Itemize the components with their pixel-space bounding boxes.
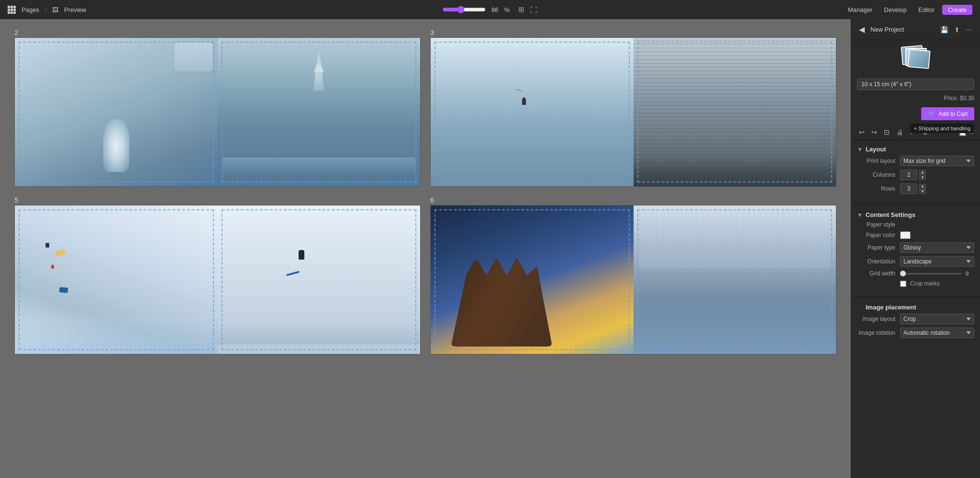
page-5-spread[interactable] [14,205,421,354]
panel-icons: 💾 ⬆ ⋯ [938,25,974,34]
cart-icon: 🛒 [928,110,935,117]
image-placement-content: Image layout Crop Fit Fill Image rotatio… [851,314,980,346]
paper-type-select[interactable]: Glossy Matte Lustre [900,242,974,253]
rows-spinner-btns: ▲ ▼ [919,184,926,194]
panel-header: ◀ New Project 💾 ⬆ ⋯ [851,19,980,40]
section-divider-2 [851,296,980,297]
image-rotation-label: Image rotation [857,330,900,336]
nav-create[interactable]: Create [942,5,972,15]
page-3-photo-a[interactable] [431,38,634,186]
nav-manager[interactable]: Manager [844,4,876,15]
size-selector[interactable]: 10 x 15 cm (4" x 6") 13 x 18 cm (5" x 7"… [857,79,974,90]
project-title: New Project [870,26,935,33]
columns-up[interactable]: ▲ [919,170,926,175]
toolbar-right: Manager Develop Editor Create [844,4,972,15]
add-to-cart-area: 🛒 Add to Cart + Shipping and handling [851,105,980,124]
page-6-photo-b[interactable] [634,205,836,354]
layout-section-header[interactable]: ▼ Layout [851,141,980,156]
columns-down[interactable]: ▼ [919,175,926,180]
rows-up[interactable]: ▲ [919,184,926,189]
crop-marks-label: Crop marks [910,280,940,287]
rows-down[interactable]: ▼ [919,189,926,194]
rows-spinner: ▲ ▼ [900,183,926,194]
image-layout-row: Image layout Crop Fit Fill [857,314,974,324]
page-2-container: 2 [14,29,421,187]
image-placement-header[interactable]: Image placement [851,299,980,314]
grid-width-slider[interactable] [900,273,962,274]
print-button[interactable]: 🖨 [894,127,905,137]
rows-input[interactable] [900,183,917,194]
page-5-container: 5 [14,196,421,354]
print-layout-select[interactable]: Max size for grid Fit to page Custom [900,156,974,166]
page-6-spread[interactable] [430,205,836,354]
undo-button[interactable]: ↩ [857,127,867,137]
orientation-label: Orientation [857,258,900,265]
back-button[interactable]: ◀ [857,24,867,35]
paper-color-swatch[interactable] [900,231,911,239]
rows-label: Rows [857,185,900,192]
toolbar-left: Pages | 🖼 Preview [8,6,86,14]
paper-color-label: Paper color [857,232,900,239]
page-2-number: 2 [14,29,18,36]
page-3-photo-b[interactable] [634,38,836,186]
image-placement-title: Image placement [866,304,916,311]
grid-width-value: 0 [966,271,980,276]
page-2-spread[interactable] [14,37,421,187]
thumb-stack [902,46,930,70]
panel-save-icon[interactable]: 💾 [938,25,950,34]
print-layout-label: Print layout [857,158,900,164]
image-layout-select[interactable]: Crop Fit Fill [900,314,974,324]
fit-icon[interactable]: ⊞ [518,5,524,14]
page-3-container: 3 [430,29,836,187]
pages-grid-icon[interactable] [8,6,16,14]
top-toolbar: Pages | 🖼 Preview 86% ⊞ ⛶ Manager Develo… [0,0,980,19]
pages-label[interactable]: Pages [22,6,39,13]
page-6-photo-a[interactable] [431,205,634,354]
grid-width-row: Grid width 0 mm [857,270,974,277]
size-selector-row: 10 x 15 cm (4" x 6") 13 x 18 cm (5" x 7"… [851,76,980,93]
nav-develop[interactable]: Develop [880,4,911,15]
copy-button[interactable]: ⊡ [882,127,891,137]
redo-button[interactable]: ↪ [869,127,879,137]
page-5-photo-b[interactable] [218,205,421,354]
content-settings-header[interactable]: ▼ Content Settings [851,206,980,221]
layout-section-content: Print layout Max size for grid Fit to pa… [851,156,980,202]
canvas-area: 2 3 [0,19,851,478]
page-5-photo-a[interactable] [15,205,218,354]
crop-marks-row: Crop marks [900,280,974,287]
image-rotation-select[interactable]: Automatic rotation No rotation Clockwise… [900,328,974,338]
panel-upload-icon[interactable]: ⬆ [952,25,962,34]
add-to-cart-button[interactable]: 🛒 Add to Cart [921,107,974,120]
paper-type-label: Paper type [857,244,900,251]
fullscreen-icon[interactable]: ⛶ [530,6,537,14]
layout-section-title: Layout [866,146,886,153]
toolbar-divider: | [45,6,46,13]
project-thumbnail [851,40,980,76]
zoom-value: 86 [491,6,498,13]
preview-label[interactable]: Preview [64,6,86,13]
page-6-number: 6 [430,196,434,204]
zoom-slider[interactable] [443,6,486,13]
page-3-spread[interactable] [430,37,836,187]
content-settings-content: Paper style Paper color Paper type Gloss… [851,221,980,295]
page-2-photo-b[interactable] [218,38,421,186]
page-3-number: 3 [430,29,434,36]
preview-icon: 🖼 [52,6,58,13]
add-to-cart-label: Add to Cart [938,111,968,117]
page-5-number: 5 [14,196,18,204]
orientation-select[interactable]: Landscape Portrait [900,256,974,267]
panel-more-icon[interactable]: ⋯ [964,25,974,34]
main-area: 2 3 [0,19,980,478]
paper-style-row: Paper style [857,221,974,228]
page-2-photo-a[interactable] [15,38,218,186]
toolbar-center: 86% ⊞ ⛶ [443,5,537,14]
price-row: Price: $0.30 [851,93,980,105]
content-settings-arrow: ▼ [857,212,863,218]
image-rotation-row: Image rotation Automatic rotation No rot… [857,328,974,338]
shipping-tooltip: + Shipping and handling [910,124,974,133]
grid-width-slider-row: 0 mm [900,271,980,276]
columns-input[interactable] [900,170,917,180]
nav-editor[interactable]: Editor [914,4,938,15]
paper-type-row: Paper type Glossy Matte Lustre [857,242,974,253]
crop-marks-checkbox[interactable] [900,281,906,287]
